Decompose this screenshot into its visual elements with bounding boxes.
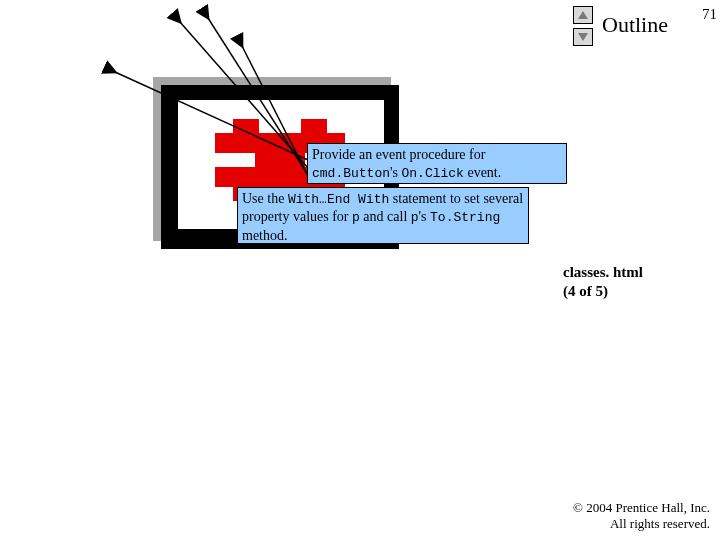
callout-event-procedure: Provide an event procedure for cmd.Butto… (307, 143, 567, 184)
page-number: 71 (702, 6, 717, 23)
triangle-down-icon (577, 32, 589, 42)
file-pages: (4 of 5) (563, 283, 608, 299)
callout-code: With…End With (288, 192, 389, 207)
callout-code: To.String (430, 210, 500, 225)
svg-marker-0 (578, 11, 588, 19)
footer-copyright: © 2004 Prentice Hall, Inc. All rights re… (573, 500, 710, 533)
svg-marker-1 (578, 33, 588, 41)
callout-code: p (352, 210, 360, 225)
file-info: classes. html (4 of 5) (563, 263, 643, 301)
callout-with-statement: Use the With…End With statement to set s… (237, 187, 529, 244)
callout-text: Provide an event procedure for (312, 147, 485, 162)
nav-up-button[interactable] (573, 6, 593, 24)
callout-code: cmd.Button (312, 166, 390, 181)
nav-down-button[interactable] (573, 28, 593, 46)
file-name: classes. html (563, 264, 643, 280)
callout-code: On.Click (402, 166, 464, 181)
callout-code: p (411, 210, 419, 225)
outline-title: Outline (602, 12, 668, 38)
triangle-up-icon (577, 10, 589, 20)
